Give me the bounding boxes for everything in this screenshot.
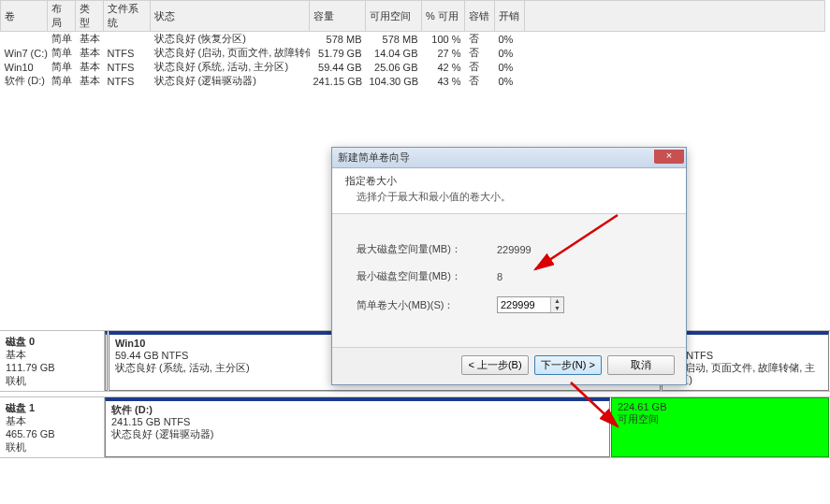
- cell-fs: [104, 32, 151, 47]
- part-line3: 可用空间: [618, 413, 823, 425]
- max-space-label: 最大磁盘空间量(MB)：: [357, 242, 497, 256]
- cell-vol: 软件 (D:): [1, 74, 48, 88]
- disk1-part-d[interactable]: 软件 (D:) 241.15 GB NTFS 状态良好 (逻辑驱动器): [105, 397, 610, 457]
- cell-status: 状态良好 (启动, 页面文件, 故障转储, 主分区): [151, 46, 310, 60]
- cancel-button[interactable]: 取消: [607, 355, 675, 375]
- volume-size-label: 简单卷大小(MB)(S)：: [357, 298, 497, 312]
- dialog-heading: 指定卷大小: [345, 174, 673, 188]
- cell-status: 状态良好 (恢复分区): [151, 32, 310, 47]
- disk0-state: 联机: [6, 374, 98, 387]
- part-name: 软件 (D:): [111, 404, 604, 416]
- disk0-type: 基本: [6, 348, 98, 361]
- back-button[interactable]: < 上一步(B): [461, 355, 529, 375]
- dialog-header: 指定卷大小 选择介于最大和最小值的卷大小。: [332, 168, 686, 214]
- cell-pct: 42 %: [422, 60, 465, 74]
- part-line3: 好 (启动, 页面文件, 故障转储, 主分区): [668, 362, 823, 386]
- table-row[interactable]: 简单基本状态良好 (恢复分区)578 MB578 MB100 %否0%: [1, 32, 825, 47]
- cell-ov: 0%: [495, 32, 525, 47]
- part-line2: 224.61 GB: [618, 401, 823, 413]
- disk-row-1: 磁盘 1 基本 465.76 GB 联机 软件 (D:) 241.15 GB N…: [0, 396, 830, 458]
- col-fs[interactable]: 文件系统: [104, 1, 151, 32]
- col-spacer: [525, 1, 825, 32]
- disk1-info[interactable]: 磁盘 1 基本 465.76 GB 联机: [0, 397, 105, 457]
- cell-vol: [1, 32, 48, 47]
- col-fault[interactable]: 容错: [465, 1, 495, 32]
- dialog-subheading: 选择介于最大和最小值的卷大小。: [345, 188, 673, 204]
- col-layout[interactable]: 布局: [48, 1, 76, 32]
- col-capacity[interactable]: 容量: [310, 1, 366, 32]
- disk0-reserved[interactable]: [105, 331, 108, 391]
- cell-type: 基本: [76, 32, 104, 47]
- volume-size-spinner: ▲ ▼: [497, 296, 564, 313]
- table-row[interactable]: 软件 (D:)简单基本NTFS状态良好 (逻辑驱动器)241.15 GB104.…: [1, 74, 825, 88]
- cell-free: 14.04 GB: [366, 46, 422, 60]
- cell-layout: 简单: [48, 74, 76, 88]
- cell-free: 25.06 GB: [366, 60, 422, 74]
- cell-fs: NTFS: [104, 74, 151, 88]
- disk1-partitions: 软件 (D:) 241.15 GB NTFS 状态良好 (逻辑驱动器) 224.…: [105, 397, 830, 457]
- cell-layout: 简单: [48, 60, 76, 74]
- col-volume[interactable]: 卷: [1, 1, 48, 32]
- disk1-size: 465.76 GB: [6, 427, 98, 440]
- dialog-titlebar[interactable]: 新建简单卷向导 ×: [332, 148, 686, 168]
- min-space-label: 最小磁盘空间量(MB)：: [357, 269, 497, 283]
- cell-fault: 否: [465, 46, 495, 60]
- cell-cap: 578 MB: [310, 32, 366, 47]
- dialog-buttons: < 上一步(B) 下一步(N) > 取消: [332, 347, 686, 384]
- cell-fs: NTFS: [104, 46, 151, 60]
- col-type[interactable]: 类型: [76, 1, 104, 32]
- cell-status: 状态良好 (逻辑驱动器): [151, 74, 310, 88]
- spinner-down-icon[interactable]: ▼: [551, 305, 563, 312]
- table-header-row: 卷 布局 类型 文件系统 状态 容量 可用空间 % 可用 容错 开销: [1, 1, 825, 32]
- cell-vol: Win10: [1, 60, 48, 74]
- close-icon: ×: [666, 150, 672, 161]
- disk0-part-c[interactable]: (C:) GB NTFS 好 (启动, 页面文件, 故障转储, 主分区): [662, 331, 829, 391]
- cell-layout: 简单: [48, 46, 76, 60]
- field-max-space: 最大磁盘空间量(MB)： 229999: [357, 242, 662, 256]
- disk0-title: 磁盘 0: [6, 335, 98, 348]
- table-row[interactable]: Win10简单基本NTFS状态良好 (系统, 活动, 主分区)59.44 GB2…: [1, 60, 825, 74]
- col-status[interactable]: 状态: [151, 1, 310, 32]
- table-row[interactable]: Win7 (C:)简单基本NTFS状态良好 (启动, 页面文件, 故障转储, 主…: [1, 46, 825, 60]
- cell-fault: 否: [465, 32, 495, 47]
- col-overhead[interactable]: 开销: [495, 1, 525, 32]
- cell-cap: 241.15 GB: [310, 74, 366, 88]
- volume-table: 卷 布局 类型 文件系统 状态 容量 可用空间 % 可用 容错 开销 简单基本状…: [0, 0, 825, 88]
- part-line3: 状态良好 (逻辑驱动器): [111, 428, 604, 440]
- cell-layout: 简单: [48, 32, 76, 47]
- disk1-title: 磁盘 1: [6, 401, 98, 414]
- next-button[interactable]: 下一步(N) >: [534, 355, 602, 375]
- cell-type: 基本: [76, 46, 104, 60]
- disk0-size: 111.79 GB: [6, 361, 98, 374]
- disk1-part-free[interactable]: 224.61 GB 可用空间: [611, 397, 829, 457]
- min-space-value: 8: [497, 271, 502, 282]
- cell-status: 状态良好 (系统, 活动, 主分区): [151, 60, 310, 74]
- cell-type: 基本: [76, 60, 104, 74]
- cell-cap: 59.44 GB: [310, 60, 366, 74]
- cell-free: 104.30 GB: [366, 74, 422, 88]
- cell-pct: 43 %: [422, 74, 465, 88]
- cell-type: 基本: [76, 74, 104, 88]
- cell-pct: 100 %: [422, 32, 465, 47]
- disk0-info[interactable]: 磁盘 0 基本 111.79 GB 联机: [0, 331, 105, 391]
- max-space-value: 229999: [497, 244, 531, 255]
- col-free[interactable]: 可用空间: [366, 1, 422, 32]
- cell-ov: 0%: [495, 74, 525, 88]
- part-line2: GB NTFS: [668, 350, 823, 362]
- spinner-up-icon[interactable]: ▲: [551, 297, 563, 305]
- dialog-body: 最大磁盘空间量(MB)： 229999 最小磁盘空间量(MB)： 8 简单卷大小…: [332, 214, 686, 347]
- dialog-title-text: 新建简单卷向导: [338, 151, 410, 165]
- cell-vol: Win7 (C:): [1, 46, 48, 60]
- close-button[interactable]: ×: [654, 150, 684, 164]
- volume-size-input[interactable]: [498, 297, 550, 312]
- cell-free: 578 MB: [366, 32, 422, 47]
- part-line2: 241.15 GB NTFS: [111, 416, 604, 428]
- cell-fs: NTFS: [104, 60, 151, 74]
- cell-fault: 否: [465, 60, 495, 74]
- col-pct[interactable]: % 可用: [422, 1, 465, 32]
- cell-pct: 27 %: [422, 46, 465, 60]
- disk1-type: 基本: [6, 414, 98, 427]
- new-simple-volume-wizard-dialog: 新建简单卷向导 × 指定卷大小 选择介于最大和最小值的卷大小。 最大磁盘空间量(…: [331, 147, 687, 385]
- cell-ov: 0%: [495, 46, 525, 60]
- disk1-state: 联机: [6, 440, 98, 454]
